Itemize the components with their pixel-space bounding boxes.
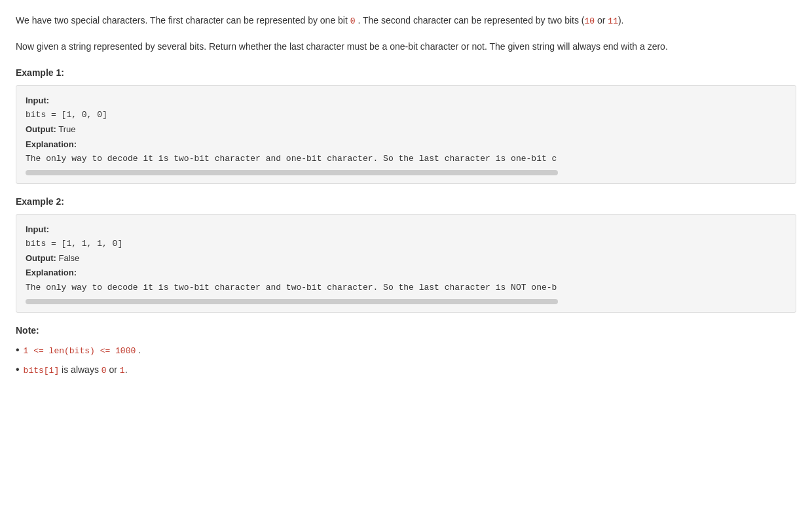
example-1-output-line: Output: True: [26, 122, 786, 137]
example-2-output-value: False: [56, 253, 79, 263]
example-2-explanation-text-line: The only way to decode it is two-bit cha…: [26, 281, 786, 295]
example-1-explanation-text: The only way to decode it is two-bit cha…: [26, 154, 557, 164]
note-title: Note:: [16, 323, 796, 338]
example-2-input-label-line: Input:: [26, 222, 786, 237]
example-1-input-code-line: bits = [1, 0, 0]: [26, 108, 786, 122]
example-2-scrollbar[interactable]: [26, 299, 558, 304]
description-paragraph-2: Now given a string represented by severa…: [16, 39, 796, 55]
note-constraint-1-suffix: .: [136, 345, 141, 355]
example-1-box: Input: bits = [1, 0, 0] Output: True Exp…: [16, 85, 796, 183]
note-bits-i: bits[i]: [24, 366, 60, 376]
bit-10: 10: [585, 16, 595, 26]
example-2-box: Input: bits = [1, 1, 1, 0] Output: False…: [16, 214, 796, 312]
bit-11: 11: [608, 16, 618, 26]
bullet-icon-2: •: [16, 364, 20, 375]
example-1-section: Example 1: Input: bits = [1, 0, 0] Outpu…: [16, 65, 796, 184]
note-section: Note: • 1 <= len(bits) <= 1000 . • bits[…: [16, 323, 796, 378]
example-1-output-label: Output:: [26, 124, 56, 134]
note-item-2: • bits[i] is always 0 or 1.: [16, 362, 796, 378]
desc-text-1: We have two special characters. The firs…: [16, 15, 350, 26]
desc-text-2: . The second character can be represente…: [356, 15, 585, 26]
note-or: or: [107, 364, 120, 375]
example-1-explanation-label-line: Explanation:: [26, 137, 786, 152]
example-1-output-value: True: [56, 124, 76, 134]
example-2-output-line: Output: False: [26, 251, 786, 266]
example-1-explanation-label: Explanation:: [26, 139, 77, 149]
bit-0: 0: [350, 16, 356, 26]
example-1-input-code: bits = [1, 0, 0]: [26, 110, 107, 120]
example-2-input-code: bits = [1, 1, 1, 0]: [26, 239, 122, 249]
note-item-1: • 1 <= len(bits) <= 1000 .: [16, 343, 796, 359]
note-list: • 1 <= len(bits) <= 1000 . • bits[i] is …: [16, 343, 796, 378]
example-2-section: Example 2: Input: bits = [1, 1, 1, 0] Ou…: [16, 194, 796, 313]
or-text: or: [595, 15, 608, 26]
example-2-explanation-label: Explanation:: [26, 268, 77, 277]
example-2-explanation-text: The only way to decode it is two-bit cha…: [26, 283, 557, 292]
example-1-scrollbar[interactable]: [26, 170, 558, 175]
note-item-1-code: 1 <= len(bits) <= 1000 .: [24, 343, 141, 359]
note-is-always: is always: [59, 364, 101, 375]
bullet-icon-1: •: [16, 345, 20, 355]
example-1-title: Example 1:: [16, 65, 796, 80]
note-constraint-1: 1 <= len(bits) <= 1000: [24, 346, 136, 356]
note-zero: 0: [101, 366, 107, 376]
note-one: 1: [120, 366, 125, 376]
desc-text-3: ).: [618, 15, 624, 26]
example-1-input-label-line: Input:: [26, 94, 786, 108]
example-2-title: Example 2:: [16, 194, 796, 209]
example-2-explanation-label-line: Explanation:: [26, 266, 786, 280]
example-2-input-code-line: bits = [1, 1, 1, 0]: [26, 237, 786, 251]
example-2-output-label: Output:: [26, 253, 56, 263]
note-period: .: [125, 364, 128, 375]
description-paragraph-1: We have two special characters. The firs…: [16, 13, 796, 29]
example-1-explanation-text-line: The only way to decode it is two-bit cha…: [26, 152, 786, 166]
example-1-input-label: Input:: [26, 96, 49, 105]
example-2-input-label: Input:: [26, 224, 49, 234]
note-item-2-content: bits[i] is always 0 or 1.: [24, 362, 128, 378]
